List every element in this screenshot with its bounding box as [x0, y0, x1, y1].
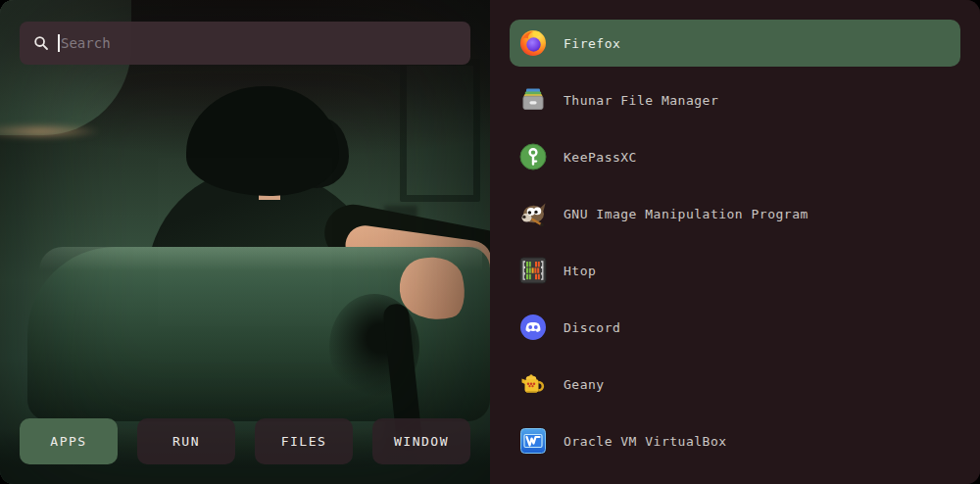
app-row-virtualbox[interactable]: Oracle VM VirtualBox	[510, 417, 960, 464]
virtualbox-icon	[519, 427, 547, 455]
app-row-discord[interactable]: Discord	[510, 304, 960, 351]
app-label: Geany	[564, 377, 605, 392]
app-label: GNU Image Manipulation Program	[564, 207, 808, 221]
firefox-icon	[519, 29, 547, 57]
tab-apps[interactable]: APPS	[20, 418, 118, 464]
tab-window[interactable]: WINDOW	[372, 418, 470, 464]
gimp-icon	[519, 200, 547, 227]
app-row-geany[interactable]: Geany	[510, 361, 960, 408]
launcher-window: APPS RUN FILES WINDOW	[0, 0, 980, 484]
thunar-icon	[519, 86, 547, 114]
app-row-thunar[interactable]: Thunar File Manager	[510, 76, 960, 123]
app-row-firefox[interactable]: Firefox	[510, 20, 960, 67]
search-input[interactable]	[61, 35, 457, 51]
app-label: KeePassXC	[564, 150, 637, 165]
app-label: Discord	[564, 320, 620, 335]
app-row-keepassxc[interactable]: KeePassXC	[510, 133, 960, 180]
app-row-gimp[interactable]: GNU Image Manipulation Program	[510, 190, 960, 237]
app-label: Thunar File Manager	[564, 93, 718, 108]
discord-icon	[519, 314, 547, 341]
keepassxc-icon	[519, 143, 547, 170]
tab-run[interactable]: RUN	[137, 418, 235, 464]
text-cursor	[58, 34, 60, 52]
app-label: Oracle VM VirtualBox	[564, 434, 727, 449]
search-icon	[33, 35, 49, 51]
wallpaper-illustration	[0, 0, 490, 484]
app-label: Firefox	[564, 36, 620, 51]
mode-tabs: APPS RUN FILES WINDOW	[20, 418, 470, 464]
left-pane: APPS RUN FILES WINDOW	[0, 0, 490, 484]
vignette-overlay	[0, 0, 490, 484]
search-bar[interactable]	[20, 22, 470, 65]
app-list: Firefox Thunar File Manager	[490, 0, 980, 484]
tab-files[interactable]: FILES	[255, 418, 353, 464]
htop-icon	[519, 257, 547, 284]
geany-icon	[519, 370, 547, 398]
app-row-htop[interactable]: Htop	[510, 247, 960, 294]
app-label: Htop	[564, 264, 596, 278]
